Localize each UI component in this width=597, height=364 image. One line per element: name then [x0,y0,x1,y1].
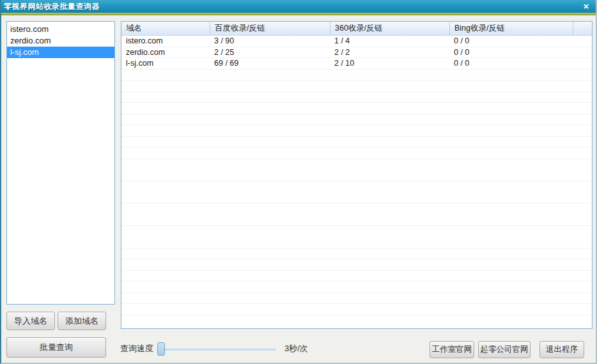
speed-slider-thumb[interactable] [157,342,165,356]
cell-domain: istero.com [121,36,210,47]
query-speed-label: 查询速度 [120,343,153,354]
domain-list-item[interactable]: istero.com [7,24,114,35]
studio-site-button[interactable]: 工作室官网 [430,341,474,358]
column-header-bing[interactable]: Bing收录/反链 [449,22,573,35]
cell-baidu: 2 / 25 [210,47,330,58]
titlebar-accent-strip [0,13,597,15]
empty-rows-grid [121,70,592,329]
cell-baidu: 3 / 90 [210,36,330,47]
speed-slider-track[interactable] [158,349,276,351]
cell-bing: 0 / 0 [449,58,573,69]
window-title: 零视界网站收录批量查询器 [0,1,100,12]
exit-program-button[interactable]: 退出程序 [539,341,584,358]
results-table: 域名 百度收录/反链 360收录/反链 Bing收录/反链 istero.com… [121,21,593,329]
cell-360: 2 / 2 [330,47,449,58]
column-header-baidu[interactable]: 百度收录/反链 [210,22,330,35]
column-header-spacer [573,22,592,35]
cell-baidu: 69 / 69 [210,58,330,69]
cell-bing: 0 / 0 [449,47,573,58]
domain-list-item[interactable]: l-sj.com [7,47,114,58]
cell-360: 2 / 10 [330,58,449,69]
app-window: 零视界网站收录批量查询器 × istero.com zerdio.com l-s… [0,0,597,364]
table-row[interactable]: istero.com 3 / 90 1 / 4 0 / 0 [121,36,592,47]
add-domains-button[interactable]: 添加域名 [58,312,106,330]
column-header-360[interactable]: 360收录/反链 [330,22,449,35]
title-bar: 零视界网站收录批量查询器 × [0,0,597,13]
import-domains-button[interactable]: 导入域名 [6,312,55,330]
table-body: istero.com 3 / 90 1 / 4 0 / 0 zerdio.com… [121,36,592,328]
close-icon[interactable]: × [580,1,593,12]
query-speed-value: 3秒/次 [284,343,308,354]
company-site-button[interactable]: 起零公司官网 [478,341,531,358]
batch-query-button[interactable]: 批量查询 [6,337,106,358]
cell-domain: l-sj.com [121,58,210,69]
cell-domain: zerdio.com [121,47,210,58]
domain-listbox[interactable]: istero.com zerdio.com l-sj.com [6,21,115,305]
table-row[interactable]: l-sj.com 69 / 69 2 / 10 0 / 0 [121,58,592,70]
column-header-domain[interactable]: 域名 [121,22,210,35]
cell-360: 1 / 4 [330,36,449,47]
cell-bing: 0 / 0 [449,36,573,47]
table-header-row: 域名 百度收录/反链 360收录/反链 Bing收录/反链 [121,22,592,36]
domain-list-item[interactable]: zerdio.com [7,35,114,47]
table-row[interactable]: zerdio.com 2 / 25 2 / 2 0 / 0 [121,47,592,59]
